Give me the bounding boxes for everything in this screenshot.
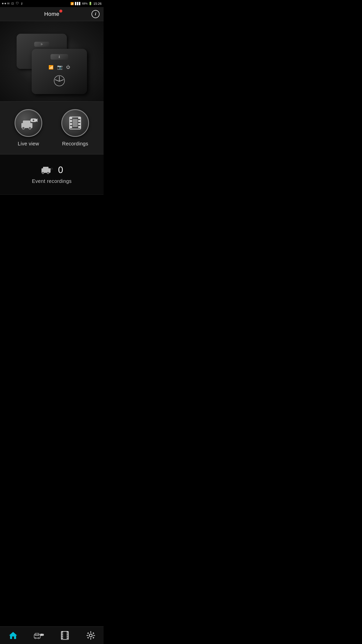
- svg-rect-20: [70, 123, 72, 125]
- svg-point-30: [47, 172, 49, 174]
- device-buttons-row: 📶 📷 ⏻: [49, 64, 70, 70]
- svg-rect-46: [67, 633, 68, 635]
- svg-point-29: [42, 172, 44, 174]
- nav-settings[interactable]: [81, 627, 101, 644]
- svg-point-50: [89, 634, 92, 637]
- svg-rect-52: [90, 638, 91, 640]
- dashcam-device-front: ⬇ 📶 📷 ⏻: [32, 49, 87, 94]
- svg-point-12: [29, 127, 31, 129]
- recording-dot: [59, 10, 62, 13]
- svg-rect-19: [70, 120, 72, 122]
- svg-point-37: [38, 637, 39, 638]
- svg-rect-44: [61, 637, 63, 639]
- status-dot-2: [5, 3, 6, 4]
- svg-rect-26: [73, 119, 78, 127]
- svg-rect-54: [94, 635, 95, 636]
- status-bar: ✉ ⊡ ⛉ ⚷ 📶 ▋▋▋ 68% 🔋 15:26: [0, 0, 104, 7]
- camera-btn-icon: 📷: [57, 64, 63, 70]
- svg-rect-48: [67, 637, 68, 639]
- time-display: 15:26: [93, 2, 102, 6]
- signal-icon: ▋▋▋: [75, 2, 81, 5]
- recordings-circle: [61, 109, 89, 137]
- svg-point-14: [32, 119, 34, 121]
- live-view-button[interactable]: Live view: [15, 109, 42, 147]
- recordings-label: Recordings: [62, 141, 88, 147]
- event-section[interactable]: 0 Event recordings: [0, 154, 104, 195]
- svg-rect-23: [78, 120, 81, 122]
- svg-rect-42: [61, 633, 63, 635]
- svg-marker-33: [9, 632, 17, 639]
- hero-section: ⫸ ⬇ 📶 📷 ⏻: [0, 21, 104, 102]
- mercedes-star-front: [54, 75, 65, 89]
- svg-rect-22: [78, 117, 81, 119]
- home-icon: [9, 631, 18, 640]
- wifi-btn-icon: 📶: [49, 65, 54, 70]
- car-collision-icon: [40, 165, 54, 175]
- svg-rect-53: [86, 635, 88, 636]
- event-count-value: 0: [58, 165, 63, 175]
- svg-line-7: [55, 79, 59, 81]
- svg-rect-28: [43, 167, 49, 170]
- gear-icon: [86, 631, 95, 640]
- nav-recordings[interactable]: [55, 627, 75, 644]
- power-btn-icon: ⏻: [66, 65, 70, 69]
- svg-rect-16: [30, 119, 31, 121]
- status-right: 📶 ▋▋▋ 68% 🔋 15:26: [70, 2, 102, 6]
- svg-rect-47: [67, 635, 68, 637]
- recordings-button[interactable]: Recordings: [61, 109, 89, 147]
- svg-rect-25: [78, 126, 81, 128]
- svg-point-36: [35, 637, 36, 638]
- svg-rect-51: [90, 631, 91, 633]
- bottom-nav: [0, 626, 104, 644]
- live-view-label: Live view: [18, 141, 39, 147]
- actions-section: Live view Recordings: [0, 102, 104, 154]
- svg-rect-24: [78, 123, 81, 125]
- film-nav-icon: [60, 631, 69, 640]
- svg-rect-21: [70, 126, 72, 128]
- film-strip-icon: [68, 116, 83, 130]
- info-icon: i: [95, 12, 96, 16]
- event-recordings-label: Event recordings: [32, 178, 72, 184]
- top-nav: Home i: [0, 7, 104, 21]
- svg-rect-43: [61, 635, 63, 637]
- svg-rect-45: [67, 631, 68, 633]
- battery-icon: 🔋: [88, 2, 92, 5]
- status-left: ✉ ⊡ ⛉ ⚷: [2, 2, 23, 5]
- svg-rect-38: [40, 634, 43, 636]
- event-count-row: 0: [40, 165, 63, 175]
- svg-point-11: [22, 127, 25, 129]
- live-view-icon: [19, 116, 37, 130]
- notification-icons: ✉ ⊡ ⛉ ⚷: [7, 2, 23, 5]
- svg-marker-15: [36, 118, 37, 122]
- live-view-circle: [15, 109, 42, 137]
- info-button[interactable]: i: [92, 10, 100, 18]
- svg-rect-10: [23, 120, 30, 125]
- svg-line-8: [59, 79, 64, 81]
- wifi-icon: 📶: [70, 2, 74, 5]
- status-dot-1: [2, 3, 4, 4]
- dashcam-image: ⫸ ⬇ 📶 📷 ⏻: [17, 29, 87, 94]
- arrows-icon: ⫸: [40, 43, 43, 46]
- device-front-button: ⬇: [51, 54, 68, 60]
- front-btn-icon: ⬇: [58, 55, 61, 59]
- svg-rect-18: [70, 117, 72, 119]
- nav-home[interactable]: [3, 627, 23, 644]
- camera-nav-icon: [34, 631, 44, 640]
- svg-rect-41: [61, 631, 63, 633]
- device-back-button: ⫸: [34, 42, 49, 47]
- svg-marker-39: [43, 634, 44, 636]
- battery-level: 68%: [82, 2, 87, 5]
- page-title: Home: [44, 11, 60, 17]
- nav-live[interactable]: [29, 627, 49, 644]
- svg-marker-32: [51, 165, 53, 170]
